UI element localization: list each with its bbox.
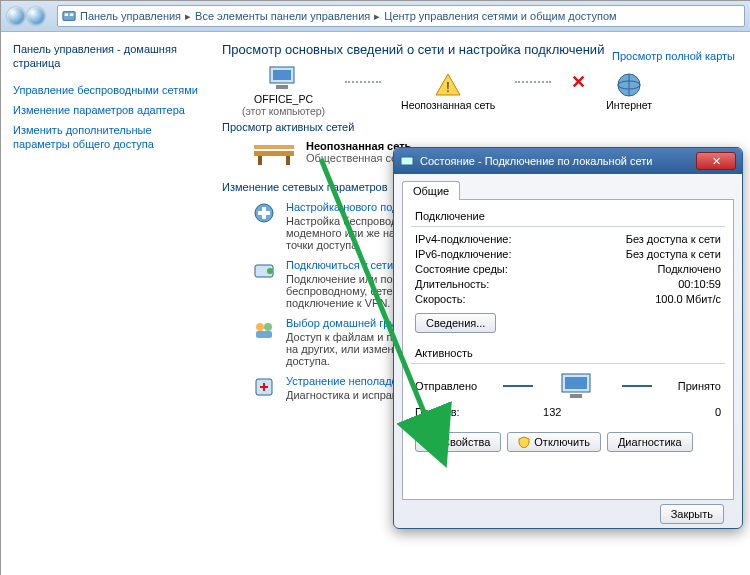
map-link-line xyxy=(345,81,381,83)
packets-recv-value: 0 xyxy=(715,406,721,418)
packets-label: Пакетов: xyxy=(415,406,460,418)
node-sub: (этот компьютер) xyxy=(242,105,325,117)
duration-label: Длительность: xyxy=(415,278,489,290)
node-label: Неопознанная сеть xyxy=(401,99,495,111)
sidebar-home-link[interactable]: Панель управления - домашняя страница xyxy=(13,42,198,71)
svg-text:!: ! xyxy=(446,79,450,95)
breadcrumb-item[interactable]: Центр управления сетями и общим доступом xyxy=(384,10,616,22)
disable-button[interactable]: Отключить xyxy=(507,432,601,452)
activity-row: Отправлено Принято xyxy=(415,372,721,400)
dialog-title: Состояние - Подключение по локальной сет… xyxy=(420,155,652,167)
activity-pc-icon xyxy=(558,372,596,400)
disable-button-label: Отключить xyxy=(534,436,590,448)
node-label: OFFICE_PC xyxy=(254,93,313,105)
media-label: Состояние среды: xyxy=(415,263,508,275)
svg-rect-12 xyxy=(258,156,262,165)
ipv6-label: IPv6-подключение: xyxy=(415,248,512,260)
tab-page-general: Подключение IPv4-подключение:Без доступа… xyxy=(402,200,734,500)
speed-label: Скорость: xyxy=(415,293,466,305)
close-button[interactable]: Закрыть xyxy=(660,504,724,524)
dialog-close-button[interactable]: ✕ xyxy=(696,152,736,170)
ipv6-value: Без доступа к сети xyxy=(626,248,721,260)
tab-row: Общие xyxy=(402,180,734,200)
properties-button[interactable]: Свойства xyxy=(415,432,501,452)
tab-general[interactable]: Общие xyxy=(402,181,460,200)
svg-point-20 xyxy=(264,323,272,331)
svg-rect-10 xyxy=(254,151,294,156)
svg-rect-26 xyxy=(570,394,582,398)
breadcrumb-item[interactable]: Панель управления xyxy=(80,10,181,22)
map-link-line xyxy=(515,81,551,83)
svg-rect-25 xyxy=(565,377,587,389)
properties-button-label: Свойства xyxy=(442,436,490,448)
activity-group-label: Активность xyxy=(415,347,721,359)
details-button[interactable]: Сведения... xyxy=(415,313,496,333)
warning-icon: ! xyxy=(433,71,463,99)
svg-point-18 xyxy=(267,268,273,274)
ipv4-label: IPv4-подключение: xyxy=(415,233,512,245)
globe-icon xyxy=(614,71,644,99)
svg-rect-21 xyxy=(256,331,272,338)
forward-button[interactable] xyxy=(27,7,45,25)
troubleshoot-icon xyxy=(252,375,276,399)
window-titlebar: Панель управления ▸ Все элементы панели … xyxy=(1,1,750,32)
connect-icon xyxy=(252,259,276,283)
crumb-sep: ▸ xyxy=(374,10,380,23)
new-connection-icon xyxy=(252,201,276,225)
node-internet[interactable]: Интернет xyxy=(606,71,652,111)
homegroup-icon xyxy=(252,317,276,341)
nav-buttons xyxy=(1,7,51,25)
sidebar-item-adapter[interactable]: Изменение параметров адаптера xyxy=(13,103,198,117)
svg-rect-23 xyxy=(401,157,413,165)
svg-rect-2 xyxy=(70,13,74,16)
shield-icon xyxy=(518,436,530,448)
connection-group-label: Подключение xyxy=(415,210,721,222)
recv-label: Принято xyxy=(678,380,721,392)
back-button[interactable] xyxy=(7,7,25,25)
duration-value: 00:10:59 xyxy=(678,278,721,290)
shield-icon xyxy=(426,436,438,448)
node-unknown-net[interactable]: ! Неопознанная сеть xyxy=(401,71,495,111)
view-full-map-link[interactable]: Просмотр полной карты xyxy=(612,50,735,62)
blocked-icon: ✕ xyxy=(571,71,586,93)
sent-label: Отправлено xyxy=(415,380,477,392)
svg-rect-16 xyxy=(258,211,270,215)
breadcrumb[interactable]: Панель управления ▸ Все элементы панели … xyxy=(57,5,745,27)
sidebar-item-wireless[interactable]: Управление беспроводными сетями xyxy=(13,83,198,97)
active-networks-header: Просмотр активных сетей xyxy=(222,121,737,133)
svg-rect-13 xyxy=(286,156,290,165)
svg-rect-4 xyxy=(273,70,291,80)
speed-value: 100.0 Мбит/с xyxy=(655,293,721,305)
bench-icon xyxy=(252,137,296,167)
dialog-titlebar[interactable]: Состояние - Подключение по локальной сет… xyxy=(394,148,742,174)
connection-status-dialog: Состояние - Подключение по локальной сет… xyxy=(393,147,743,529)
sidebar: Панель управления - домашняя страница Уп… xyxy=(1,32,208,575)
node-this-pc[interactable]: OFFICE_PC (этот компьютер) xyxy=(242,65,325,117)
network-map: OFFICE_PC (этот компьютер) ! Неопознанна… xyxy=(242,65,737,117)
svg-rect-1 xyxy=(65,13,69,16)
control-panel-icon xyxy=(62,9,76,23)
media-value: Подключено xyxy=(657,263,721,275)
diagnose-button[interactable]: Диагностика xyxy=(607,432,693,452)
sidebar-item-sharing[interactable]: Изменить дополнительные параметры общего… xyxy=(13,123,198,152)
node-label: Интернет xyxy=(606,99,652,111)
ipv4-value: Без доступа к сети xyxy=(626,233,721,245)
svg-point-19 xyxy=(256,323,264,331)
packets-sent-value: 132 xyxy=(460,406,645,418)
computer-icon xyxy=(267,65,301,93)
svg-rect-5 xyxy=(276,85,288,89)
crumb-sep: ▸ xyxy=(185,10,191,23)
nic-icon xyxy=(400,154,414,168)
breadcrumb-item[interactable]: Все элементы панели управления xyxy=(195,10,370,22)
svg-rect-11 xyxy=(254,145,294,149)
